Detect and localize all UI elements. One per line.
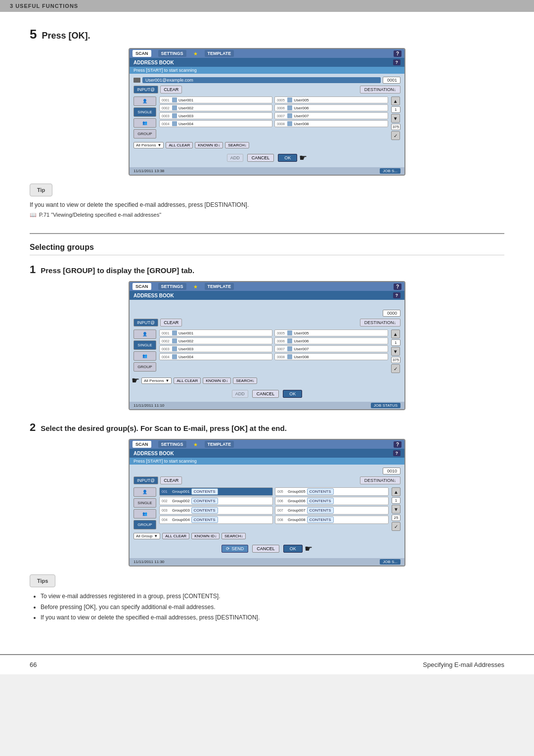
contents-btn-3-8[interactable]: CONTENTS [307,517,334,523]
destination-btn-1[interactable]: DESTINATION↓ [360,86,400,94]
list-item-1-8[interactable]: 0008User008 [274,120,388,127]
tab-template-2[interactable]: TEMPLATE [205,283,234,290]
search-btn-2[interactable]: SEARCH↓ [233,378,257,384]
tab-scan-3[interactable]: SCAN [133,441,151,448]
known-id-btn-2[interactable]: KNOWN ID↓ [203,378,231,384]
help-btn-2[interactable]: ? [394,284,401,290]
ok-btn-1[interactable]: OK [278,154,297,162]
group-btn-3[interactable]: GROUP [134,520,156,529]
add-btn-2[interactable]: ADD [232,390,248,398]
known-id-btn-3[interactable]: KNOWN ID↓ [191,533,220,539]
scroll-down2-2[interactable]: ✓ [391,364,400,373]
ok-btn-3[interactable]: OK [283,545,303,553]
destination-btn-3[interactable]: DESTINATION↓ [360,476,400,484]
list-item-3-3[interactable]: 003Group003 CONTENTS [159,506,273,515]
group-btn-1[interactable]: GROUP [134,129,156,139]
scroll-down2-3[interactable]: ✓ [392,522,400,531]
filter-select-2[interactable]: All Persons▼ [141,378,172,384]
cancel-btn-3[interactable]: CANCEL [252,545,279,553]
contents-btn-3-1[interactable]: CONTENTS [191,488,218,495]
tab-scan-1[interactable]: SCAN [133,50,151,57]
filter-select-1[interactable]: All Persons▼ [134,142,164,148]
list-item-1-2[interactable]: 0002User002 [159,104,272,111]
tip-item-1: To view e-mail addresses registered in a… [41,591,504,602]
list-col-right-3: 005Group005 CONTENTS 006Group006 CONTENT… [275,487,389,531]
job-status-btn-1[interactable]: JOB S... [380,168,400,174]
single-btn-3[interactable]: SINGLE [134,498,156,508]
list-item-3-8[interactable]: 008Group008 CONTENTS [275,516,389,524]
ok-btn-2[interactable]: OK [283,390,302,398]
input-btn-2[interactable]: INPUT@ [134,319,158,327]
title-help-1[interactable]: ? [393,59,401,65]
all-clear-btn-3[interactable]: ALL CLEAR [162,533,189,539]
scroll-up-3[interactable]: ▲ [392,487,400,496]
list-item-1-4[interactable]: 0004User004 [159,120,272,127]
scroll-down-2[interactable]: ▼ [391,347,400,356]
filter-select-3[interactable]: All Group▼ [134,533,160,539]
sub-step-1-header: 1 Press [GROUP] to display the [GROUP] t… [30,263,504,276]
list-item-2-4[interactable]: 0004User004 [159,353,272,360]
list-item-2-3[interactable]: 0003User003 [159,345,272,352]
job-status-btn-3[interactable]: JOB S... [380,559,400,565]
list-item-2-6[interactable]: 0006User006 [274,337,388,344]
scanner-dest-num-3: 0010 [383,468,400,474]
send-btn-3[interactable]: ⟳ SEND [222,545,248,553]
list-item-3-5[interactable]: 005Group005 CONTENTS [275,487,389,496]
known-id-btn-1[interactable]: KNOWN ID↓ [195,142,223,148]
list-item-1-3[interactable]: 0003User003 [159,112,272,119]
help-btn-1[interactable]: ? [394,50,401,57]
tab-settings-2[interactable]: SETTINGS [158,283,186,290]
input-btn-1[interactable]: INPUT@ [134,86,158,94]
list-item-1-1[interactable]: 0001User001 [159,96,272,103]
scroll-up-2[interactable]: ▲ [391,330,400,338]
tab-settings-1[interactable]: SETTINGS [158,50,186,57]
contents-btn-3-4[interactable]: CONTENTS [191,517,218,523]
tab-template-1[interactable]: TEMPLATE [205,50,234,57]
clear-btn-3[interactable]: CLEAR [160,476,182,484]
scroll-up-1[interactable]: ▲ [391,96,400,105]
contents-btn-3-2[interactable]: CONTENTS [191,498,218,504]
list-item-3-1[interactable]: 001Group001 CONTENTS [159,487,273,496]
scroll-down2-1[interactable]: ✓ [391,131,400,140]
input-btn-3[interactable]: INPUT@ [134,476,158,484]
clear-btn-1[interactable]: CLEAR [160,86,182,94]
search-btn-1[interactable]: SEARCH↓ [225,142,249,148]
help-btn-3[interactable]: ? [394,441,401,448]
list-item-1-5[interactable]: 0005User005 [274,96,388,103]
list-item-2-5[interactable]: 0005User005 [274,330,388,336]
contents-btn-3-6[interactable]: CONTENTS [307,498,334,504]
tab-template-3[interactable]: TEMPLATE [205,441,234,448]
contents-btn-3-7[interactable]: CONTENTS [307,507,334,514]
scroll-down-3[interactable]: ▼ [392,505,400,514]
tab-scan-2[interactable]: SCAN [133,283,151,290]
list-item-3-7[interactable]: 007Group007 CONTENTS [275,506,389,515]
clear-btn-2[interactable]: CLEAR [160,319,182,327]
cancel-btn-2[interactable]: CANCEL [252,390,279,398]
single-btn-1[interactable]: SINGLE [134,107,156,117]
single-btn-2[interactable]: SINGLE [134,340,156,350]
list-item-1-7[interactable]: 0007User007 [274,112,388,119]
list-item-3-2[interactable]: 002Group002 CONTENTS [159,497,273,505]
scroll-down-1[interactable]: ▼ [391,114,400,123]
list-item-3-6[interactable]: 006Group006 CONTENTS [275,497,389,505]
all-clear-btn-2[interactable]: ALL CLEAR [174,378,201,384]
contents-btn-3-3[interactable]: CONTENTS [191,507,218,514]
tab-settings-3[interactable]: SETTINGS [158,441,186,448]
destination-btn-2[interactable]: DESTINATION↓ [360,319,400,327]
footer-title: Specifying E-mail Addresses [423,661,504,668]
group-btn-2[interactable]: GROUP [134,362,156,372]
list-item-2-1[interactable]: 0001User001 [159,330,272,336]
list-item-3-4[interactable]: 004Group004 CONTENTS [159,516,273,524]
list-item-1-6[interactable]: 0006User006 [274,104,388,111]
title-help-3[interactable]: ? [393,450,401,456]
add-btn-1[interactable]: ADD [227,154,243,162]
cancel-btn-1[interactable]: CANCEL [247,154,274,162]
list-item-2-2[interactable]: 0002User002 [159,337,272,344]
title-help-2[interactable]: ? [393,292,401,298]
list-item-2-7[interactable]: 0007User007 [274,345,388,352]
list-item-2-8[interactable]: 0008User008 [274,353,388,360]
contents-btn-3-5[interactable]: CONTENTS [307,488,334,495]
job-status-btn-2[interactable]: JOB STATUS [371,403,400,408]
search-btn-3[interactable]: SEARCH↓ [222,533,246,539]
all-clear-btn-1[interactable]: ALL CLEAR [166,142,193,148]
